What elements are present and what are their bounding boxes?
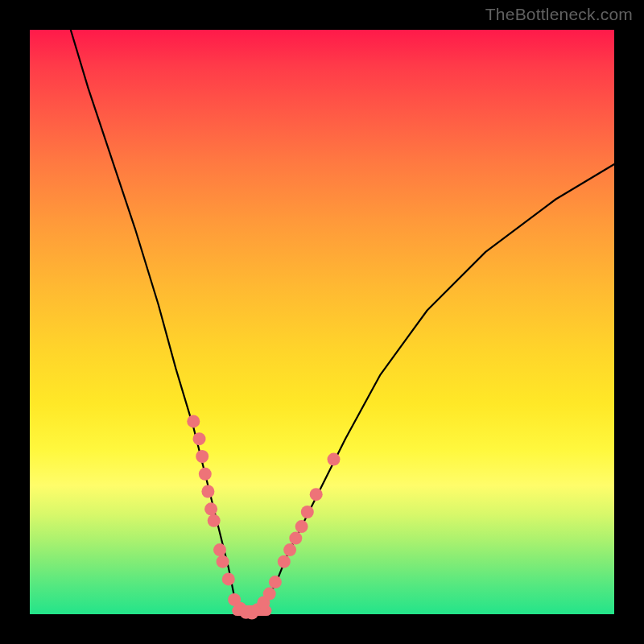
highlight-dot	[283, 543, 296, 556]
highlight-dot	[187, 415, 200, 427]
highlight-dot	[278, 555, 291, 568]
highlight-dot	[222, 572, 235, 585]
bottleneck-curve	[71, 30, 614, 614]
highlight-dot	[263, 588, 276, 601]
highlight-dot	[204, 502, 217, 515]
chart-frame: TheBottleneck.com	[0, 0, 644, 644]
highlight-dot	[213, 543, 226, 556]
highlight-dot	[328, 453, 341, 466]
curve-svg	[30, 30, 614, 614]
highlight-dot	[196, 450, 208, 463]
highlight-dot	[295, 520, 308, 533]
highlight-dot	[199, 468, 212, 481]
highlight-dot	[201, 485, 214, 498]
highlight-dot	[301, 506, 314, 518]
highlight-dot	[289, 532, 302, 545]
highlight-dot	[208, 514, 221, 527]
highlight-dot	[217, 555, 229, 568]
highlight-dot	[193, 432, 206, 445]
watermark-text: TheBottleneck.com	[485, 5, 633, 24]
highlight-dot	[310, 488, 323, 501]
highlight-dots	[187, 415, 340, 619]
plot-area	[30, 30, 614, 614]
highlight-dot	[269, 576, 282, 588]
